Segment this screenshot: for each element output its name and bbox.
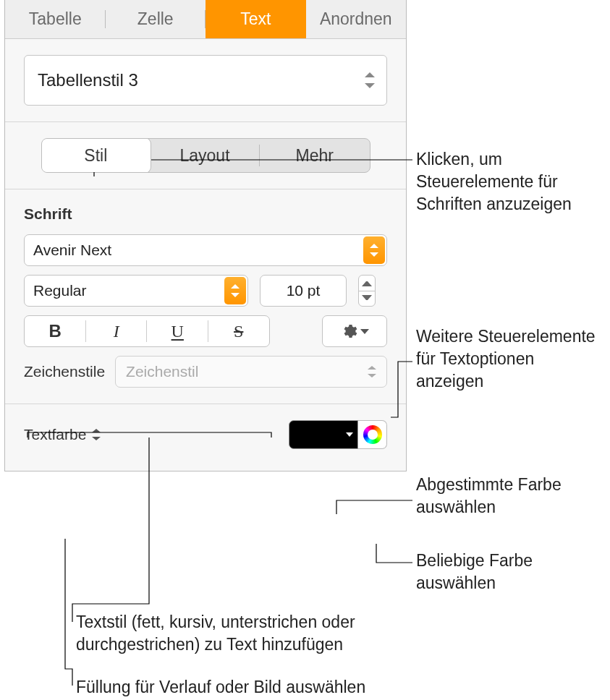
subtab-stil[interactable]: Stil xyxy=(41,138,151,173)
callout-leader-lines xyxy=(0,0,610,700)
